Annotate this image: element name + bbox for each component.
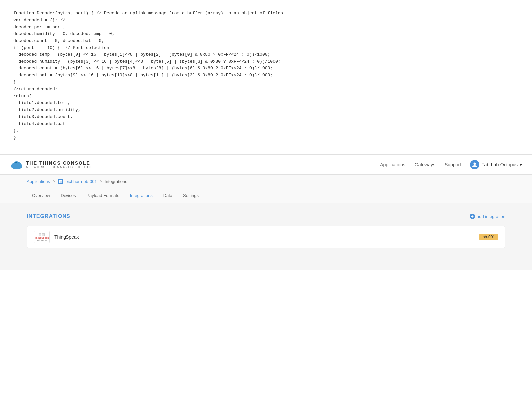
thingspeak-icon-top bbox=[39, 233, 45, 236]
breadcrumb-bar: Applications > eichhorn-bb-001 > Integra… bbox=[0, 175, 532, 188]
tab-integrations[interactable]: Integrations bbox=[125, 188, 158, 203]
svg-rect-5 bbox=[59, 180, 60, 181]
integration-badge: bb-001 bbox=[479, 234, 498, 240]
thingspeak-name: ThingSpeak bbox=[54, 234, 79, 240]
app-icon bbox=[58, 179, 63, 184]
tab-devices[interactable]: Devices bbox=[55, 188, 81, 203]
svg-rect-7 bbox=[59, 181, 60, 183]
navbar: THE THINGS CONSOLE NETWORK COMMUNITY EDI… bbox=[0, 155, 532, 175]
chevron-down-icon: ▾ bbox=[520, 162, 522, 167]
svg-point-3 bbox=[13, 161, 20, 167]
ts-square-1 bbox=[39, 233, 41, 236]
tab-data[interactable]: Data bbox=[158, 188, 178, 203]
main-content: INTEGRATIONS + add integration ThingSpea… bbox=[0, 203, 532, 270]
breadcrumb-applications[interactable]: Applications bbox=[27, 179, 50, 184]
breadcrumb-sep-1: > bbox=[53, 179, 55, 184]
ts-square-2 bbox=[42, 233, 45, 236]
code-block: function Decoder(bytes, port) { // Decod… bbox=[13, 10, 519, 141]
logo-sub-text: NETWORK COMMUNITY EDITION bbox=[26, 166, 91, 169]
tab-payload-formats[interactable]: Payload Formats bbox=[81, 188, 124, 203]
user-avatar-icon bbox=[470, 160, 479, 169]
integration-item-thingspeak[interactable]: ThingSpeak MathWorks ThingSpeak bb-001 bbox=[27, 226, 505, 248]
breadcrumb-current: Integrations bbox=[105, 179, 127, 184]
nav-support-link[interactable]: Support bbox=[445, 162, 461, 167]
navbar-left: THE THINGS CONSOLE NETWORK COMMUNITY EDI… bbox=[10, 158, 91, 171]
svg-rect-6 bbox=[60, 180, 62, 181]
tab-overview[interactable]: Overview bbox=[27, 188, 55, 203]
svg-rect-8 bbox=[60, 181, 62, 183]
user-name: Fab-Lab-Octopus bbox=[481, 162, 518, 167]
integration-left: ThingSpeak MathWorks ThingSpeak bbox=[34, 231, 79, 243]
ts-label: ThingSpeak bbox=[35, 237, 49, 239]
svg-point-4 bbox=[474, 162, 476, 165]
nav-applications-link[interactable]: Applications bbox=[380, 162, 405, 167]
plus-icon: + bbox=[470, 214, 475, 219]
tab-bar: OverviewDevicesPayload FormatsIntegratio… bbox=[0, 188, 532, 203]
integrations-title: INTEGRATIONS bbox=[27, 213, 70, 219]
navbar-right: Applications Gateways Support Fab-Lab-Oc… bbox=[380, 160, 522, 169]
logo-text-block: THE THINGS CONSOLE NETWORK COMMUNITY EDI… bbox=[26, 161, 91, 169]
logo-main-text: THE THINGS CONSOLE bbox=[26, 161, 91, 165]
code-section: function Decoder(bytes, port) { // Decod… bbox=[0, 0, 532, 155]
ttn-logo: THE THINGS CONSOLE NETWORK COMMUNITY EDI… bbox=[10, 158, 91, 171]
add-integration-button[interactable]: + add integration bbox=[470, 214, 505, 219]
nav-gateways-link[interactable]: Gateways bbox=[415, 162, 435, 167]
breadcrumb-app-name[interactable]: eichhorn-bb-001 bbox=[66, 179, 97, 184]
user-menu[interactable]: Fab-Lab-Octopus ▾ bbox=[470, 160, 522, 169]
breadcrumb-sep-2: > bbox=[100, 179, 102, 184]
ts-sublabel: MathWorks bbox=[37, 239, 47, 241]
thingspeak-logo: ThingSpeak MathWorks bbox=[34, 231, 50, 243]
ttn-cloud-icon bbox=[10, 158, 23, 171]
tab-settings[interactable]: Settings bbox=[178, 188, 204, 203]
section-header: INTEGRATIONS + add integration bbox=[27, 213, 505, 219]
add-integration-label: add integration bbox=[477, 214, 505, 219]
